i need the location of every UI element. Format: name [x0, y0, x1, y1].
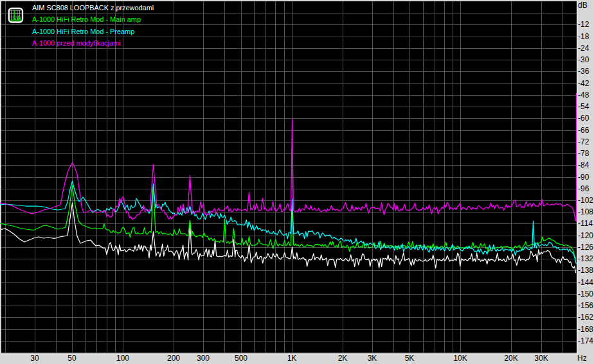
svg-text:-72: -72	[578, 137, 590, 146]
svg-text:10K: 10K	[453, 354, 467, 363]
svg-text:50: 50	[68, 354, 76, 363]
svg-text:Hz: Hz	[577, 354, 587, 363]
svg-text:-18: -18	[578, 32, 590, 41]
svg-text:-84: -84	[578, 160, 590, 169]
svg-text:A-1000 HiFi Retro Mod - Main a: A-1000 HiFi Retro Mod - Main amp	[32, 15, 141, 23]
svg-text:1K: 1K	[287, 354, 297, 363]
svg-text:300: 300	[197, 354, 210, 363]
svg-text:200: 200	[167, 354, 180, 363]
svg-text:-114: -114	[578, 219, 593, 228]
svg-text:-108: -108	[578, 207, 593, 216]
svg-text:-48: -48	[578, 91, 590, 100]
svg-text:A-1000 HiFi Retro Mod - Preamp: A-1000 HiFi Retro Mod - Preamp	[32, 28, 134, 35]
svg-text:-60: -60	[578, 114, 590, 123]
svg-text:30: 30	[30, 354, 39, 363]
svg-text:-162: -162	[578, 313, 593, 322]
svg-text:-156: -156	[578, 301, 593, 310]
svg-text:AIM SC808 LOOPBACK z przewodam: AIM SC808 LOOPBACK z przewodami	[32, 4, 154, 12]
svg-text:-24: -24	[578, 44, 590, 53]
svg-text:-138: -138	[578, 266, 593, 275]
svg-text:-30: -30	[578, 55, 590, 64]
svg-text:-144: -144	[578, 278, 593, 287]
svg-text:-96: -96	[578, 184, 590, 193]
svg-text:A-1000 przed modyfikacjami: A-1000 przed modyfikacjami	[32, 39, 120, 47]
svg-text:3K: 3K	[368, 354, 377, 363]
svg-text:2K: 2K	[338, 354, 348, 363]
svg-text:-66: -66	[578, 126, 590, 135]
svg-text:-90: -90	[578, 173, 590, 182]
svg-text:-120: -120	[578, 231, 593, 240]
svg-text:20K: 20K	[504, 354, 518, 363]
svg-text:-78: -78	[578, 149, 590, 158]
svg-text:dB: dB	[578, 1, 588, 10]
svg-text:-126: -126	[578, 243, 593, 252]
svg-text:-36: -36	[578, 67, 590, 76]
svg-text:-168: -168	[578, 325, 593, 334]
svg-text:-12: -12	[578, 20, 590, 29]
svg-text:-174: -174	[578, 336, 593, 345]
svg-text:-150: -150	[578, 290, 593, 299]
svg-text:5K: 5K	[405, 354, 415, 363]
svg-text:-42: -42	[578, 79, 590, 88]
svg-text:30K: 30K	[534, 354, 548, 363]
svg-text:-132: -132	[578, 254, 593, 263]
svg-text:500: 500	[235, 354, 248, 363]
svg-text:100: 100	[116, 354, 129, 363]
svg-text:-54: -54	[578, 102, 590, 111]
svg-text:-102: -102	[578, 196, 593, 205]
